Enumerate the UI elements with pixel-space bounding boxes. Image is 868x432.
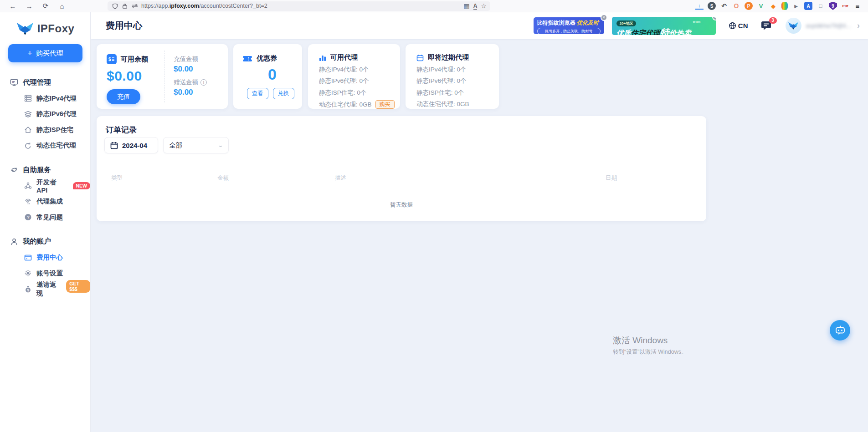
calendar-icon [110,142,118,149]
ad-banner-residential-proxy[interactable]: 20+地区 »»» 优质住宅代理特价热卖 ✕ [612,17,716,35]
buy-proxy-button[interactable]: + 购买代理 [8,44,82,62]
sidebar-item-developer-api[interactable]: 开发者API NEW [0,178,90,194]
info-icon[interactable]: ! [200,79,207,86]
logo-text: IPFoxy [37,22,75,35]
forward-button[interactable]: → [23,1,36,11]
globe-icon [729,22,736,30]
extensions-row: ↓ S ↶ O P V ◆ ▶ A □ 9 Pdf ≡ [695,2,863,10]
expiring-proxies-title: 即将过期代理 [428,53,469,62]
column-header: 日期 [606,174,617,182]
table-header: 类型 金额 描述 日期 [97,174,706,183]
proxy-count-row: 静态ISP住宅: 0个 [416,89,499,97]
extension-s-icon[interactable]: S [708,2,716,10]
page-extension-icon[interactable]: □ [817,2,825,10]
language-selector[interactable]: CN [729,22,748,30]
messages-button[interactable]: 3 [761,20,773,31]
month-picker[interactable]: 2024-04 [104,137,158,153]
translate-extension-icon[interactable]: A [804,2,812,10]
page-header: 费用中心 比特指纹浏览器优化及时 账号多开，防止关联、防封号 ✕ 20+地区 »… [91,12,868,39]
bar-chart-icon [319,54,326,61]
close-icon[interactable]: ✕ [601,14,607,21]
balance-card: $ 可用余额 $0.00 充值 充值金额 $0.00 赠送金额! $0.00 [97,44,228,109]
credit-card-icon [24,254,32,262]
sidebar-item-static-ipv6[interactable]: 静态IPv6代理 [0,107,90,122]
downloads-icon[interactable]: ↓ [695,3,704,10]
chevron-down-icon: ⌄ [217,142,224,148]
calendar-icon [416,54,424,61]
avatar[interactable] [786,18,801,34]
redeem-coupon-button[interactable]: 兑换 [273,88,294,99]
proxy-count-row: 静态IPv4代理: 0个 [319,66,400,74]
user-icon [10,238,18,246]
ad-banner-fingerprint-browser[interactable]: 比特指纹浏览器优化及时 账号多开，防止关联、防封号 ✕ [534,17,604,34]
ipfoxy-logo[interactable]: IPFoxy [0,22,90,35]
sidebar-item-dynamic-residential[interactable]: 动态住宅代理 [0,138,90,154]
proxy-count-row: 静态IPv6代理: 0个 [319,77,400,85]
sidebar-section-my-account[interactable]: 我的账户 [0,234,90,250]
ticket-icon [242,55,252,62]
qr-icon[interactable]: ▦ [464,2,470,10]
url-bar[interactable]: https://app.ipfoxy.com/account/costCente… [108,1,490,11]
svg-text:$: $ [108,57,111,62]
home-button[interactable]: ⌂ [56,1,68,11]
extension-o-icon[interactable]: O [732,2,740,10]
sidebar-item-static-isp[interactable]: 静态ISP住宅 [0,122,90,138]
sidebar-item-invite-cashback[interactable]: $ 邀请返现 GET $$$ [0,281,90,297]
column-header: 描述 [335,174,346,182]
translate-icon[interactable]: A [473,3,478,10]
buy-tag-button[interactable]: 购买 [375,100,395,109]
colorful-extension-icon[interactable] [781,2,788,10]
shield-badge-icon[interactable]: 9 [829,2,837,10]
username[interactable]: aspldkhw79@il... [806,22,851,29]
column-header: 类型 [111,174,123,182]
coupon-count: 0 [242,66,302,83]
vue-devtools-icon[interactable]: V [757,2,765,10]
available-proxies-title: 可用代理 [330,53,358,62]
svg-text:?: ? [27,215,29,219]
back-button[interactable]: ← [6,1,19,11]
order-records-panel: 订单记录 2024-04 全部 ⌄ 类型 金额 描述 日期 暂无数据 [97,116,706,221]
permissions-icon[interactable] [131,2,139,10]
recharge-button[interactable]: 充值 [107,89,140,104]
play-extension-icon[interactable]: ▶ [792,2,800,10]
type-filter-select[interactable]: 全部 ⌄ [163,137,229,153]
sidebar-item-static-ipv4[interactable]: 静态IPv4代理 [0,91,90,107]
recharge-amount-label: 充值金额 [174,55,228,63]
metamask-fox-icon[interactable]: ◆ [769,2,777,10]
gift-amount-label: 赠送金额! [174,78,228,86]
close-icon[interactable]: ✕ [712,17,716,20]
url-text[interactable]: https://app.ipfoxy.com/account/costCente… [141,3,464,9]
pdf-extension-icon[interactable]: Pdf [841,2,849,10]
lock-icon[interactable] [121,2,128,10]
question-circle-icon: ? [24,213,32,221]
sidebar-section-self-service[interactable]: 自助服务 [0,162,90,178]
windows-activation-watermark: 激活 Windows 转到“设置”以激活 Windows。 [613,335,687,356]
shield-icon[interactable] [111,2,118,10]
menu-icon[interactable]: ≡ [853,2,862,10]
gear-icon [24,269,32,277]
sidebar-section-proxy-management[interactable]: IP 代理管理 [0,74,90,91]
undo-extension-icon[interactable]: ↶ [720,2,728,10]
app-viewport: IPFoxy + 购买代理 IP 代理管理 静态IPv4代理 [0,12,868,432]
svg-text:IP: IP [12,80,15,83]
chat-robot-icon [835,325,846,335]
svg-text:$: $ [27,288,29,292]
proxy-count-row: 静态IPv4代理: 0个 [416,66,499,74]
live-chat-button[interactable] [830,320,850,341]
view-coupons-button[interactable]: 查看 [247,88,268,99]
sidebar-item-cost-center[interactable]: 费用中心 [0,250,90,266]
sidebar-item-faq[interactable]: ? 常见问题 [0,209,90,225]
sidebar-item-proxy-integration[interactable]: 代理集成 [0,194,90,210]
chevron-right-icon[interactable]: › [857,21,860,30]
refresh-cycle-icon [24,142,32,150]
ip-monitor-icon: IP [10,78,18,86]
bookmark-star-icon[interactable]: ☆ [481,2,487,10]
extension-p-icon[interactable]: P [745,2,753,10]
reload-button[interactable]: ⟳ [39,1,52,11]
balance-title: 可用余额 [121,55,148,64]
layers-icon [24,110,32,118]
fox-logo-icon [16,22,34,35]
plus-icon: + [27,49,32,58]
sidebar-item-account-settings[interactable]: 账号设置 [0,265,90,281]
coupon-title: 优惠券 [257,54,277,63]
